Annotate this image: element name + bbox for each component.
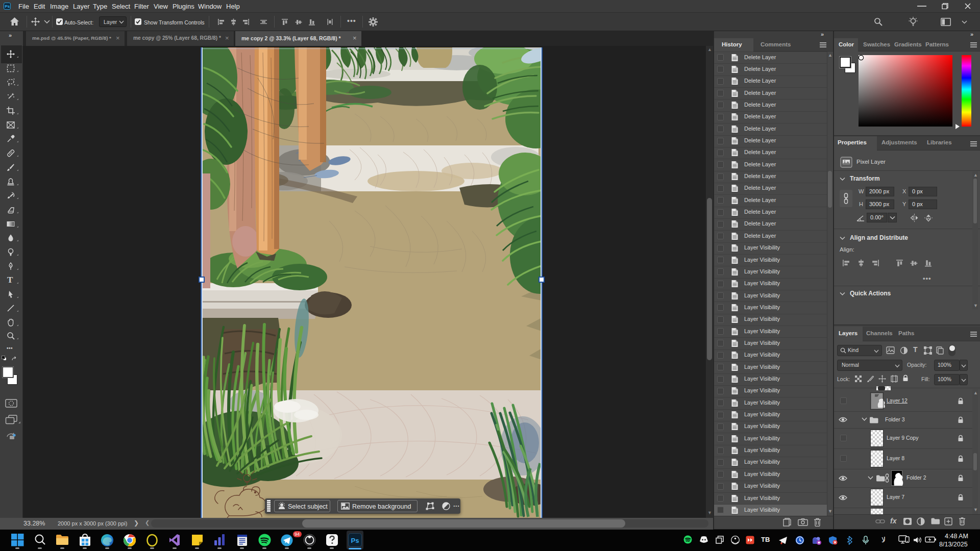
svg-text:لا: لا	[881, 536, 886, 544]
svg-text:TB: TB	[761, 536, 770, 543]
svg-text:Ps: Ps	[351, 537, 359, 544]
